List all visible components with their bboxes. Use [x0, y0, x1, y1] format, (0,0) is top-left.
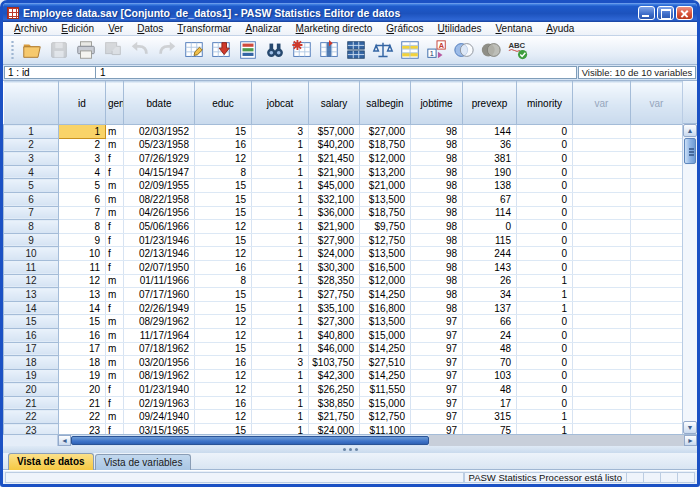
- cell-jobcat-row15[interactable]: 1: [252, 315, 309, 329]
- cell-prevexp-row16[interactable]: 24: [463, 328, 517, 342]
- cell-gender-row22[interactable]: m: [106, 410, 124, 424]
- column-header-bdate[interactable]: bdate: [124, 82, 195, 125]
- cell-salary-row11[interactable]: $30,300: [309, 260, 360, 274]
- cell-jobtime-row10[interactable]: 98: [411, 247, 463, 261]
- cell-salbegin-row21[interactable]: $15,000: [360, 396, 411, 410]
- cell-var2-row21[interactable]: [631, 396, 683, 410]
- cell-var2-row20[interactable]: [631, 383, 683, 397]
- cell-jobtime-row12[interactable]: 98: [411, 274, 463, 288]
- cell-var2-row11[interactable]: [631, 260, 683, 274]
- cell-educ-row13[interactable]: 15: [195, 288, 252, 302]
- cell-var2-row19[interactable]: [631, 369, 683, 383]
- column-header-var1[interactable]: var: [573, 82, 631, 125]
- cell-jobcat-row8[interactable]: 1: [252, 220, 309, 234]
- cell-id-row1[interactable]: 1: [59, 125, 106, 139]
- row-number[interactable]: 6: [4, 192, 59, 206]
- cell-jobtime-row3[interactable]: 98: [411, 152, 463, 166]
- cell-educ-row7[interactable]: 15: [195, 206, 252, 220]
- row-number[interactable]: 13: [4, 288, 59, 302]
- cell-gender-row11[interactable]: f: [106, 260, 124, 274]
- cell-var1-row3[interactable]: [573, 152, 631, 166]
- cell-bdate-row2[interactable]: 05/23/1958: [124, 138, 195, 152]
- goto-variable-button[interactable]: [208, 37, 234, 63]
- tab-variable-view[interactable]: Vista de variables: [95, 454, 192, 470]
- cell-var2-row12[interactable]: [631, 274, 683, 288]
- cell-salary-row18[interactable]: $103,750: [309, 356, 360, 370]
- menu-datos[interactable]: Datos: [130, 23, 170, 34]
- cell-salbegin-row18[interactable]: $27,510: [360, 356, 411, 370]
- cell-gender-row17[interactable]: m: [106, 342, 124, 356]
- cell-salbegin-row4[interactable]: $13,200: [360, 165, 411, 179]
- cell-jobtime-row18[interactable]: 97: [411, 356, 463, 370]
- cell-salary-row8[interactable]: $21,900: [309, 220, 360, 234]
- cell-minority-row13[interactable]: 1: [517, 288, 573, 302]
- cell-id-row19[interactable]: 19: [59, 369, 106, 383]
- cell-jobcat-row22[interactable]: 1: [252, 410, 309, 424]
- cell-gender-row1[interactable]: m: [106, 125, 124, 139]
- cell-salary-row10[interactable]: $24,000: [309, 247, 360, 261]
- cell-var1-row1[interactable]: [573, 125, 631, 139]
- cell-var2-row10[interactable]: [631, 247, 683, 261]
- cell-jobtime-row11[interactable]: 98: [411, 260, 463, 274]
- cell-jobcat-row19[interactable]: 1: [252, 369, 309, 383]
- vertical-scroll-track[interactable]: [683, 165, 697, 421]
- scroll-left-icon[interactable]: ◄: [58, 435, 71, 446]
- cell-jobcat-row10[interactable]: 1: [252, 247, 309, 261]
- cell-salbegin-row10[interactable]: $13,500: [360, 247, 411, 261]
- cell-jobtime-row19[interactable]: 97: [411, 369, 463, 383]
- value-labels-button[interactable]: 1A: [424, 37, 450, 63]
- cell-minority-row21[interactable]: 0: [517, 396, 573, 410]
- row-number[interactable]: 21: [4, 396, 59, 410]
- cell-salary-row5[interactable]: $45,000: [309, 179, 360, 193]
- menu-archivo[interactable]: Archivo: [7, 23, 54, 34]
- cell-salary-row23[interactable]: $24,000: [309, 424, 360, 434]
- cell-var2-row6[interactable]: [631, 192, 683, 206]
- cell-prevexp-row22[interactable]: 315: [463, 410, 517, 424]
- cell-var1-row21[interactable]: [573, 396, 631, 410]
- cell-educ-row21[interactable]: 16: [195, 396, 252, 410]
- cell-jobtime-row16[interactable]: 97: [411, 328, 463, 342]
- cell-jobtime-row8[interactable]: 98: [411, 220, 463, 234]
- row-number[interactable]: 15: [4, 315, 59, 329]
- cell-salary-row6[interactable]: $32,100: [309, 192, 360, 206]
- cell-prevexp-row14[interactable]: 137: [463, 301, 517, 315]
- column-header-jobtime[interactable]: jobtime: [411, 82, 463, 125]
- spell-check-button[interactable]: ABC: [505, 37, 531, 63]
- cell-jobtime-row20[interactable]: 97: [411, 383, 463, 397]
- cell-jobtime-row23[interactable]: 97: [411, 424, 463, 434]
- cell-prevexp-row19[interactable]: 103: [463, 369, 517, 383]
- cell-gender-row2[interactable]: m: [106, 138, 124, 152]
- cell-gender-row9[interactable]: f: [106, 233, 124, 247]
- row-number[interactable]: 1: [4, 125, 59, 139]
- cell-var1-row6[interactable]: [573, 192, 631, 206]
- cell-var1-row19[interactable]: [573, 369, 631, 383]
- cell-bdate-row10[interactable]: 02/13/1946: [124, 247, 195, 261]
- cell-jobcat-row3[interactable]: 1: [252, 152, 309, 166]
- cell-jobtime-row5[interactable]: 98: [411, 179, 463, 193]
- cell-jobcat-row2[interactable]: 1: [252, 138, 309, 152]
- cell-bdate-row11[interactable]: 02/07/1950: [124, 260, 195, 274]
- row-number[interactable]: 23: [4, 424, 59, 434]
- cell-bdate-row17[interactable]: 07/18/1962: [124, 342, 195, 356]
- cell-bdate-row8[interactable]: 05/06/1966: [124, 220, 195, 234]
- grid-corner-cell[interactable]: [4, 82, 59, 125]
- cell-bdate-row19[interactable]: 08/19/1962: [124, 369, 195, 383]
- cell-id-row23[interactable]: 23: [59, 424, 106, 434]
- cell-var1-row14[interactable]: [573, 301, 631, 315]
- cell-gender-row4[interactable]: f: [106, 165, 124, 179]
- cell-id-row9[interactable]: 9: [59, 233, 106, 247]
- cell-bdate-row6[interactable]: 08/22/1958: [124, 192, 195, 206]
- cell-educ-row4[interactable]: 8: [195, 165, 252, 179]
- column-header-salbegin[interactable]: salbegin: [360, 82, 411, 125]
- cell-id-row16[interactable]: 16: [59, 328, 106, 342]
- cell-var1-row8[interactable]: [573, 220, 631, 234]
- cell-jobcat-row11[interactable]: 1: [252, 260, 309, 274]
- cell-jobcat-row23[interactable]: 1: [252, 424, 309, 434]
- cell-var1-row22[interactable]: [573, 410, 631, 424]
- cell-bdate-row16[interactable]: 11/17/1964: [124, 328, 195, 342]
- cell-jobcat-row20[interactable]: 1: [252, 383, 309, 397]
- column-header-salary[interactable]: salary: [309, 82, 360, 125]
- tab-data-view[interactable]: Vista de datos: [8, 453, 94, 470]
- cell-salary-row2[interactable]: $40,200: [309, 138, 360, 152]
- cell-gender-row14[interactable]: f: [106, 301, 124, 315]
